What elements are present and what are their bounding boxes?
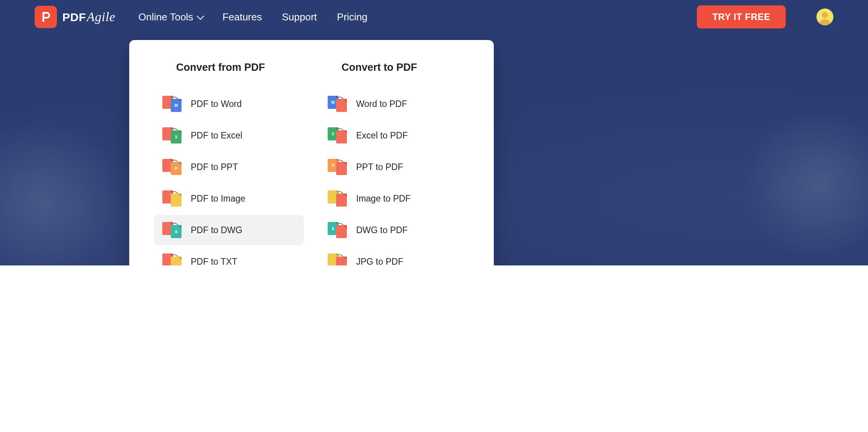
- file-pair-icon: P: [162, 159, 182, 175]
- nav-pricing[interactable]: Pricing: [337, 11, 367, 23]
- tool-to-dwg-to-pdf[interactable]: ADWG to PDF: [319, 215, 469, 245]
- col-to-title: Convert to PDF: [319, 62, 469, 73]
- file-pair-icon: [162, 254, 182, 265]
- item-label: PDF to Excel: [191, 130, 242, 141]
- tool-from-pdf-to-excel[interactable]: XPDF to Excel: [154, 120, 304, 150]
- item-label: Image to PDF: [356, 193, 411, 204]
- file-pair-icon: P: [328, 159, 347, 175]
- item-label: PPT to PDF: [356, 162, 403, 172]
- tool-to-word-to-pdf[interactable]: WWord to PDF: [319, 89, 469, 119]
- logo-mark-icon: [35, 6, 57, 28]
- avatar[interactable]: [816, 8, 833, 25]
- item-label: PDF to DWG: [191, 225, 242, 235]
- item-label: Excel to PDF: [356, 130, 408, 141]
- col-convert-to: Convert to PDF WWord to PDFXExcel to PDF…: [319, 62, 469, 265]
- tool-from-pdf-to-txt[interactable]: PDF to TXT: [154, 247, 304, 265]
- item-label: PDF to Word: [191, 99, 242, 109]
- file-pair-icon: [328, 190, 347, 207]
- item-label: PDF to Image: [191, 193, 245, 204]
- tool-from-pdf-to-word[interactable]: WPDF to Word: [154, 89, 304, 119]
- tool-to-excel-to-pdf[interactable]: XExcel to PDF: [319, 120, 469, 150]
- logo[interactable]: PDFAgile: [35, 6, 115, 28]
- tool-to-ppt-to-pdf[interactable]: PPPT to PDF: [319, 152, 469, 182]
- tool-from-pdf-to-ppt[interactable]: PPDF to PPT: [154, 152, 304, 182]
- col-from-title: Convert from PDF: [154, 62, 304, 73]
- online-tools-dropdown: Convert from PDF WPDF to WordXPDF to Exc…: [129, 40, 494, 265]
- item-label: JPG to PDF: [356, 257, 403, 266]
- chevron-down-icon: [197, 12, 205, 20]
- top-nav: PDFAgile Online Tools Features Support P…: [0, 0, 868, 28]
- file-pair-icon: A: [328, 222, 347, 238]
- tool-from-pdf-to-dwg[interactable]: APDF to DWG: [154, 215, 304, 245]
- nav-links: Online Tools Features Support Pricing: [138, 11, 368, 23]
- file-pair-icon: X: [328, 127, 347, 143]
- file-pair-icon: X: [162, 127, 182, 143]
- file-pair-icon: W: [328, 96, 347, 112]
- col-convert-from: Convert from PDF WPDF to WordXPDF to Exc…: [154, 62, 304, 265]
- nav-features[interactable]: Features: [222, 11, 262, 23]
- try-free-button[interactable]: TRY IT FREE: [697, 5, 786, 28]
- item-label: PDF to PPT: [191, 162, 238, 172]
- file-pair-icon: [328, 254, 347, 265]
- file-pair-icon: [162, 190, 182, 207]
- file-pair-icon: A: [162, 222, 182, 238]
- item-label: DWG to PDF: [356, 225, 408, 235]
- nav-online-tools[interactable]: Online Tools: [138, 11, 203, 23]
- tool-from-pdf-to-image[interactable]: PDF to Image: [154, 183, 304, 213]
- item-label: Word to PDF: [356, 99, 407, 109]
- item-label: PDF to TXT: [191, 257, 237, 266]
- logo-text: PDFAgile: [62, 10, 115, 24]
- file-pair-icon: W: [162, 96, 182, 112]
- tool-to-jpg-to-pdf[interactable]: JPG to PDF: [319, 247, 469, 265]
- nav-support[interactable]: Support: [282, 11, 317, 23]
- tool-to-image-to-pdf[interactable]: Image to PDF: [319, 183, 469, 213]
